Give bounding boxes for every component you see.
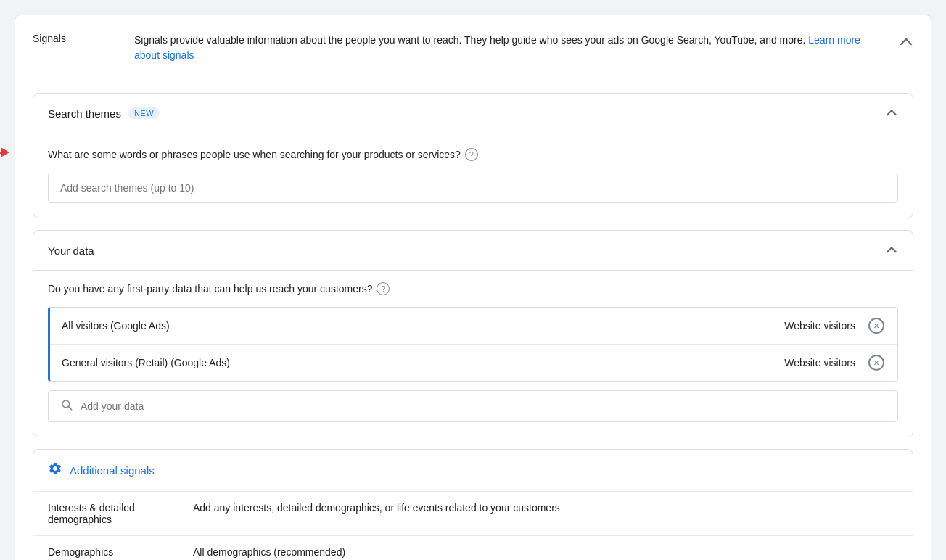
additional-signals-header: Additional signals bbox=[33, 450, 913, 492]
signals-description: Signals provide valuable information abo… bbox=[134, 33, 884, 63]
table-row: General visitors (Retail) (Google Ads) W… bbox=[50, 345, 897, 381]
search-themes-section: Search themes NEW What are some words or… bbox=[33, 93, 913, 218]
search-themes-content: What are some words or phrases people us… bbox=[33, 133, 913, 218]
interests-value: Add any interests, detailed demographics… bbox=[178, 492, 913, 536]
your-data-chevron-icon bbox=[887, 247, 897, 257]
additional-signals-table: Interests & detailed demographics Add an… bbox=[33, 492, 913, 560]
your-data-list: All visitors (Google Ads) Website visito… bbox=[48, 307, 898, 382]
signals-title: Signals bbox=[33, 33, 120, 44]
additional-signals-section: Additional signals Interests & detailed … bbox=[33, 449, 913, 560]
your-data-help-icon[interactable]: ? bbox=[377, 282, 390, 295]
search-themes-chevron-icon bbox=[887, 110, 897, 120]
remove-icon-2: × bbox=[868, 355, 884, 371]
your-data-header[interactable]: Your data bbox=[33, 231, 913, 271]
your-data-title: Your data bbox=[48, 244, 94, 257]
signals-collapse-button[interactable] bbox=[899, 33, 913, 52]
search-themes-collapse-button[interactable] bbox=[885, 105, 898, 121]
page-container: Signals Signals provide valuable informa… bbox=[0, 0, 946, 560]
additional-signals-title: Additional signals bbox=[70, 464, 155, 477]
remove-icon-1: × bbox=[868, 318, 884, 334]
table-row: All visitors (Google Ads) Website visito… bbox=[50, 308, 897, 345]
interests-label: Interests & detailed demographics bbox=[33, 492, 178, 536]
visitor-item-1-remove-button[interactable]: × bbox=[867, 316, 886, 335]
signals-body: Search themes NEW What are some words or… bbox=[15, 78, 931, 560]
search-themes-title-row: Search themes NEW bbox=[48, 107, 160, 120]
search-themes-header[interactable]: Search themes NEW bbox=[33, 94, 913, 133]
your-data-content: Do you have any first-party data that ca… bbox=[33, 271, 913, 437]
signals-header: Signals Signals provide valuable informa… bbox=[15, 15, 931, 78]
gear-icon bbox=[48, 461, 62, 479]
search-themes-title: Search themes bbox=[48, 107, 121, 120]
add-your-data-wrap bbox=[48, 390, 898, 422]
your-data-title-row: Your data bbox=[48, 244, 94, 257]
signals-card: Signals Signals provide valuable informa… bbox=[15, 15, 931, 560]
visitor-item-1-type: Website visitors bbox=[784, 320, 855, 332]
search-themes-input[interactable] bbox=[48, 173, 898, 203]
table-row: Interests & detailed demographics Add an… bbox=[33, 492, 913, 536]
visitor-item-2-remove-button[interactable]: × bbox=[867, 353, 886, 372]
chevron-up-icon bbox=[900, 38, 913, 51]
arrow-head bbox=[1, 147, 9, 157]
add-data-search-icon bbox=[60, 398, 73, 414]
visitor-item-2-type: Website visitors bbox=[784, 357, 855, 368]
your-data-collapse-button[interactable] bbox=[885, 242, 898, 258]
your-data-section: Your data Do you have any first-party da… bbox=[33, 230, 913, 437]
search-themes-help-icon[interactable]: ? bbox=[465, 148, 478, 161]
add-data-input[interactable] bbox=[81, 400, 886, 412]
table-row: Demographics All demographics (recommend… bbox=[33, 536, 913, 561]
red-arrow-indicator bbox=[0, 147, 9, 157]
new-badge: NEW bbox=[128, 107, 160, 119]
demographics-value: All demographics (recommended) bbox=[178, 536, 913, 561]
visitor-item-1-name: All visitors (Google Ads) bbox=[62, 320, 784, 332]
demographics-label: Demographics bbox=[33, 536, 178, 561]
your-data-question: Do you have any first-party data that ca… bbox=[48, 282, 898, 295]
search-themes-question: What are some words or phrases people us… bbox=[48, 148, 898, 161]
visitor-item-2-name: General visitors (Retail) (Google Ads) bbox=[62, 357, 784, 368]
